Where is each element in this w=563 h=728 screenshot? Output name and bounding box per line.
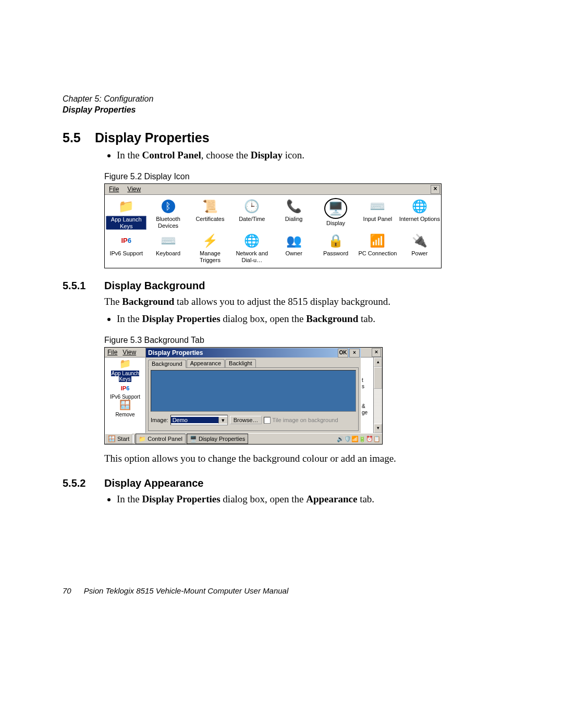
display-properties-window: File View 📁App Launch KeysIP6IPv6 Suppor… xyxy=(104,347,383,445)
header-chapter: Chapter 5: Configuration xyxy=(63,94,500,105)
control-panel-item[interactable]: ⌨️Input Panel xyxy=(357,197,398,230)
app-icon: 👥 xyxy=(286,232,302,249)
section-5-5-1: 5.5.1 Display Background xyxy=(63,280,500,292)
app-icon: 🪟 xyxy=(115,400,134,412)
clipped-label: s xyxy=(362,384,364,389)
app-icon: IP6 xyxy=(110,382,140,394)
checkbox-icon[interactable] xyxy=(264,417,271,424)
taskbar: 🪟 Start 📁 Control Panel 🖥️ Display Prope… xyxy=(105,433,382,444)
app-icon: 🕒 xyxy=(243,198,260,215)
app-icon: 🔌 xyxy=(411,232,428,249)
page-number: 70 xyxy=(63,586,71,595)
dialog-title: Display Properties xyxy=(148,349,203,356)
close-button[interactable]: × xyxy=(431,185,440,194)
menu-file[interactable]: File xyxy=(105,185,123,193)
left-menubar: File View xyxy=(105,348,145,357)
item-label: Keyboard xyxy=(156,250,180,257)
item-label: Input Panel xyxy=(363,216,393,223)
scrollbar[interactable]: ▴ ▾ xyxy=(373,357,382,433)
item-label: Dialing xyxy=(285,216,303,223)
dialog-area: × Display Properties OK × BackgroundAppe… xyxy=(146,348,382,433)
control-panel-item[interactable]: 📞Dialing xyxy=(274,197,314,230)
control-panel-item[interactable]: ⚡Manage Triggers xyxy=(190,231,230,265)
menu-view[interactable]: View xyxy=(120,349,139,356)
scroll-thumb[interactable] xyxy=(374,367,382,389)
item-label: Network and Dial-u… xyxy=(231,250,272,263)
taskbar-item-display-properties[interactable]: 🖥️ Display Properties xyxy=(187,434,248,444)
item-label: Certificates xyxy=(195,216,224,223)
app-icon: 📞 xyxy=(286,198,302,215)
control-panel-item[interactable]: ᛒBluetooth Devices xyxy=(148,197,188,230)
control-panel-item[interactable]: 📁App Launch Keys xyxy=(106,197,146,230)
subsection-number: 5.5.1 xyxy=(63,280,104,292)
item-label: App Launch Keys xyxy=(106,216,146,230)
tab-backlight[interactable]: Backlight xyxy=(225,359,256,367)
menu-view[interactable]: View xyxy=(123,185,145,193)
scroll-track[interactable] xyxy=(374,389,382,424)
app-icon: 📁 xyxy=(106,359,144,371)
control-panel-item[interactable]: 📶PC Connection xyxy=(357,231,398,265)
control-panel-window: File View × 📁App Launch KeysᛒBluetooth D… xyxy=(104,183,442,268)
sidebar-item[interactable]: 📁App Launch Keys xyxy=(106,359,144,382)
display-icon: 🖥️ xyxy=(190,436,197,442)
bullet-item: In the Control Panel, choose the Display… xyxy=(117,149,500,163)
app-icon: 🌐 xyxy=(411,198,428,215)
subsection-title: Display Background xyxy=(104,280,205,292)
image-value: Demo xyxy=(171,417,218,423)
clipped-label: ge xyxy=(362,410,368,415)
control-panel-body: 📁App Launch KeysᛒBluetooth Devices📜Certi… xyxy=(105,195,441,268)
control-panel-item[interactable]: 🌐Internet Options xyxy=(399,197,440,230)
control-panel-item[interactable]: 🖥️Display xyxy=(315,197,356,230)
control-panel-item[interactable]: 👥Owner xyxy=(274,231,314,265)
control-panel-item[interactable]: IP6IPv6 Support xyxy=(106,231,146,265)
separator xyxy=(132,435,134,443)
menubar: File View × xyxy=(105,184,441,195)
folder-icon: 📁 xyxy=(139,436,146,442)
browse-button[interactable]: Browse… xyxy=(230,416,262,424)
control-panel-item[interactable]: 📜Certificates xyxy=(190,197,230,230)
app-icon: ⚡ xyxy=(202,232,218,249)
app-icon: 📁 xyxy=(118,198,134,215)
tile-checkbox[interactable]: Tile image on background xyxy=(264,417,338,424)
chevron-down-icon[interactable]: ▾ xyxy=(218,417,227,424)
control-panel-item[interactable]: 🔌Power xyxy=(399,231,440,265)
item-label: Internet Options xyxy=(399,216,440,223)
app-icon: ᛒ xyxy=(160,198,177,215)
paragraph: This option allows you to change the bac… xyxy=(104,452,500,466)
control-panel-item[interactable]: ⌨️Keyboard xyxy=(148,231,188,265)
tab-appearance[interactable]: Appearance xyxy=(187,359,225,367)
sidebar-item[interactable]: 🪟Remove xyxy=(115,400,134,417)
tab-strip: BackgroundAppearanceBacklight xyxy=(148,359,359,367)
item-label: Password xyxy=(323,250,348,257)
item-label: Bluetooth Devices xyxy=(148,216,188,229)
control-panel-item[interactable]: 🌐Network and Dial-u… xyxy=(231,231,272,265)
start-button[interactable]: 🪟 Start xyxy=(105,434,132,444)
item-label: App Launch Keys xyxy=(111,371,139,382)
control-panel-item[interactable]: 🕒Date/Time xyxy=(231,197,272,230)
figure-5-2-caption: Figure 5.2 Display Icon xyxy=(104,172,500,181)
ok-button[interactable]: OK xyxy=(338,349,348,357)
clipped-label: t xyxy=(362,377,363,383)
sidebar-item[interactable]: IP6IPv6 Support xyxy=(110,382,140,400)
close-button[interactable]: × xyxy=(349,349,360,357)
system-tray[interactable]: 🔊🛡️📶🔋⏰📋 xyxy=(337,436,381,442)
menu-file[interactable]: File xyxy=(105,349,120,356)
left-panel: File View 📁App Launch KeysIP6IPv6 Suppor… xyxy=(105,348,146,433)
taskbar-item-control-panel[interactable]: 📁 Control Panel xyxy=(136,434,186,444)
item-label: IPv6 Support xyxy=(109,250,143,257)
item-label: IPv6 Support xyxy=(110,394,140,400)
app-icon: IP6 xyxy=(118,232,134,249)
scroll-down-icon[interactable]: ▾ xyxy=(374,424,382,433)
control-panel-item[interactable]: 🔒Password xyxy=(315,231,356,265)
footer-text: Psion Teklogix 8515 Vehicle-Mount Comput… xyxy=(84,586,288,595)
dialog-titlebar: Display Properties OK × xyxy=(146,348,361,357)
item-label: PC Connection xyxy=(358,250,397,257)
header-section: Display Properties xyxy=(63,105,500,116)
outer-close-button[interactable]: × xyxy=(372,348,381,357)
subsection-number: 5.5.2 xyxy=(63,477,104,489)
bullet-list: In the Display Properties dialog box, op… xyxy=(104,312,500,326)
tab-background[interactable]: Background xyxy=(148,360,186,368)
bullet-item: In the Display Properties dialog box, op… xyxy=(117,312,500,326)
image-select[interactable]: Demo ▾ xyxy=(170,415,228,425)
scroll-up-icon[interactable]: ▴ xyxy=(374,357,382,367)
